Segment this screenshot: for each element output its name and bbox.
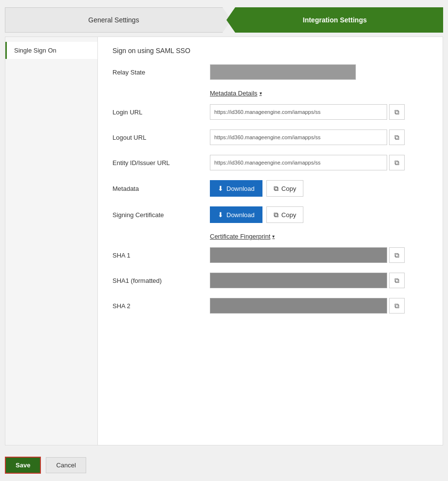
sha1-formatted-copy-button[interactable]: ⧉: [389, 273, 405, 288]
entity-id-row: Entity ID/Issuer URL ⧉: [112, 155, 428, 170]
signing-cert-actions: ⬇ Download ⧉ Copy: [210, 206, 303, 223]
signing-cert-download-button[interactable]: ⬇ Download: [210, 206, 262, 223]
tab-general-label: General Settings: [88, 16, 139, 24]
signing-cert-download-label: Download: [226, 211, 255, 219]
metadata-actions: ⬇ Download ⧉ Copy: [210, 180, 303, 197]
signing-cert-row: Signing Certificate ⬇ Download ⧉ Copy: [112, 206, 428, 223]
sha1-formatted-input-wrapper: ⧉: [210, 273, 405, 288]
login-url-label: Login URL: [112, 109, 210, 116]
entity-id-input-wrapper: ⧉: [210, 155, 405, 170]
main-area: Single Sign On Sign on using SAML SSO Re…: [5, 37, 443, 445]
cancel-label: Cancel: [56, 462, 75, 469]
logout-url-input-wrapper: ⧉: [210, 130, 405, 145]
sha1-formatted-row: SHA1 (formatted) ⧉: [112, 273, 428, 288]
download-icon2: ⬇: [218, 211, 224, 219]
relay-state-label: Relay State: [112, 69, 210, 76]
entity-id-copy-button[interactable]: ⧉: [389, 155, 405, 170]
copy-small-icon2: ⧉: [394, 133, 399, 142]
certificate-fingerprint-label: Certificate Fingerprint: [210, 233, 270, 240]
metadata-download-button[interactable]: ⬇ Download: [210, 180, 262, 197]
metadata-download-label: Download: [226, 185, 255, 192]
sha1-input-wrapper: ⧉: [210, 247, 405, 263]
login-url-input[interactable]: [210, 104, 387, 120]
login-url-copy-button[interactable]: ⧉: [389, 104, 405, 120]
entity-id-input[interactable]: [210, 155, 387, 170]
metadata-copy-button[interactable]: ⧉ Copy: [266, 180, 303, 197]
save-label: Save: [16, 462, 30, 469]
logout-url-input[interactable]: [210, 130, 387, 145]
tab-general[interactable]: General Settings: [5, 7, 231, 33]
page-wrapper: General Settings Integration Settings Si…: [0, 0, 448, 481]
sha2-input[interactable]: [210, 298, 387, 314]
sidebar-item-sso-label: Single Sign On: [14, 47, 56, 54]
sha2-copy-button[interactable]: ⧉: [389, 298, 405, 314]
logout-url-row: Logout URL ⧉: [112, 130, 428, 145]
metadata-row: Metadata ⬇ Download ⧉ Copy: [112, 180, 428, 197]
copy-small-icon4: ⧉: [394, 251, 399, 259]
copy-icon: ⧉: [274, 185, 279, 193]
signing-cert-copy-button[interactable]: ⧉ Copy: [266, 206, 303, 223]
sha2-label: SHA 2: [112, 302, 210, 310]
content-area: Sign on using SAML SSO Relay State Metad…: [98, 37, 443, 445]
metadata-copy-label: Copy: [281, 185, 296, 192]
cancel-button[interactable]: Cancel: [46, 457, 86, 473]
signing-cert-copy-label: Copy: [281, 211, 296, 219]
sha1-copy-button[interactable]: ⧉: [389, 247, 405, 263]
sha2-input-wrapper: ⧉: [210, 298, 405, 314]
certificate-fingerprint-toggle[interactable]: Certificate Fingerprint ▾: [210, 233, 275, 240]
copy-small-icon3: ⧉: [394, 159, 399, 167]
logout-url-copy-button[interactable]: ⧉: [389, 130, 405, 145]
tabs-bar: General Settings Integration Settings: [5, 7, 443, 33]
signing-cert-label: Signing Certificate: [112, 211, 210, 219]
sha1-row: SHA 1 ⧉: [112, 247, 428, 263]
sha1-formatted-label: SHA1 (formatted): [112, 277, 210, 284]
tab-integration-label: Integration Settings: [303, 16, 367, 24]
metadata-label: Metadata: [112, 185, 210, 192]
login-url-input-wrapper: ⧉: [210, 104, 405, 120]
relay-state-input[interactable]: [210, 64, 356, 80]
tab-integration[interactable]: Integration Settings: [226, 7, 443, 33]
sha1-input[interactable]: [210, 247, 387, 263]
copy-small-icon6: ⧉: [394, 302, 399, 310]
bottom-bar: Save Cancel: [0, 449, 448, 481]
copy-small-icon: ⧉: [394, 108, 399, 116]
metadata-details-label: Metadata Details: [210, 90, 258, 97]
sidebar: Single Sign On: [5, 37, 98, 445]
chevron-down-icon: ▾: [260, 91, 262, 96]
sidebar-item-sso[interactable]: Single Sign On: [5, 42, 97, 59]
sha1-label: SHA 1: [112, 252, 210, 259]
copy-small-icon5: ⧉: [394, 277, 399, 285]
save-button[interactable]: Save: [5, 457, 41, 474]
sha1-formatted-input[interactable]: [210, 273, 387, 288]
login-url-row: Login URL ⧉: [112, 104, 428, 120]
section-title: Sign on using SAML SSO: [112, 47, 428, 55]
sha2-row: SHA 2 ⧉: [112, 298, 428, 314]
logout-url-label: Logout URL: [112, 134, 210, 141]
chevron-down-icon2: ▾: [272, 234, 275, 239]
entity-id-label: Entity ID/Issuer URL: [112, 159, 210, 166]
relay-state-row: Relay State: [112, 64, 428, 80]
metadata-details-toggle[interactable]: Metadata Details ▾: [210, 90, 262, 97]
download-icon: ⬇: [218, 185, 224, 192]
copy-icon2: ⧉: [274, 211, 279, 219]
